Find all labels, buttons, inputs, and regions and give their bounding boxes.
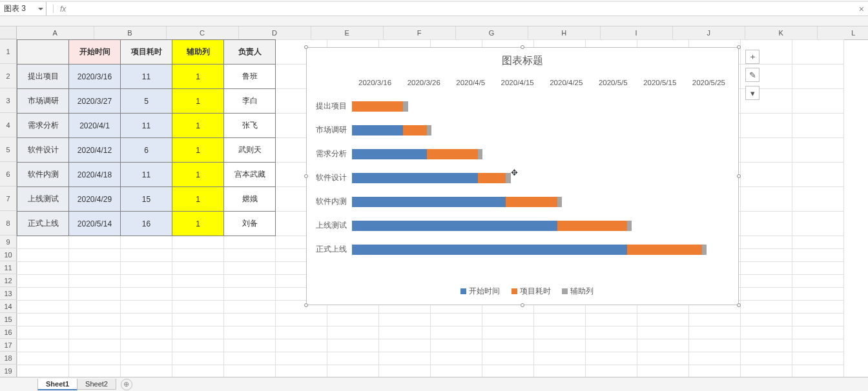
table-cell[interactable]: 11 bbox=[121, 163, 172, 187]
bar-aux[interactable] bbox=[403, 101, 408, 112]
cell[interactable] bbox=[69, 288, 121, 301]
cell[interactable] bbox=[224, 236, 276, 249]
cell[interactable] bbox=[482, 352, 534, 365]
table-cell[interactable]: 正式上线 bbox=[17, 212, 69, 236]
bar-aux[interactable] bbox=[557, 197, 562, 207]
table-cell[interactable]: 2020/4/12 bbox=[69, 138, 121, 163]
table-cell[interactable]: 需求分析 bbox=[17, 114, 69, 138]
bar-aux[interactable] bbox=[478, 149, 482, 159]
col-header-D[interactable]: D bbox=[238, 26, 311, 39]
table-cell[interactable]: 2020/3/16 bbox=[69, 65, 121, 89]
resize-handle[interactable] bbox=[737, 303, 741, 307]
col-header-C[interactable]: C bbox=[166, 26, 238, 39]
cell[interactable] bbox=[17, 339, 69, 352]
col-header-J[interactable]: J bbox=[672, 26, 745, 39]
cell[interactable] bbox=[17, 236, 69, 249]
bar-start[interactable] bbox=[352, 221, 557, 231]
cell[interactable] bbox=[741, 114, 792, 138]
table-cell[interactable]: 16 bbox=[121, 212, 172, 236]
cell[interactable] bbox=[172, 352, 224, 365]
table-cell[interactable]: 1 bbox=[172, 65, 224, 89]
cell[interactable] bbox=[482, 365, 534, 377]
cell[interactable] bbox=[327, 365, 379, 377]
bar-duration[interactable] bbox=[478, 173, 506, 183]
row-header-10[interactable]: 10 bbox=[0, 248, 17, 261]
cell[interactable] bbox=[17, 352, 69, 365]
table-cell[interactable]: 张飞 bbox=[224, 114, 276, 138]
add-sheet-button[interactable]: ⊕ bbox=[121, 379, 132, 390]
cell[interactable] bbox=[172, 326, 224, 339]
resize-handle[interactable] bbox=[521, 303, 524, 307]
cell[interactable] bbox=[792, 187, 844, 212]
chart-filter-button[interactable]: ▾ bbox=[745, 86, 760, 100]
cell[interactable] bbox=[741, 275, 792, 288]
row-header-18[interactable]: 18 bbox=[0, 352, 17, 365]
chart-elements-button[interactable]: ＋ bbox=[745, 50, 760, 64]
cell[interactable] bbox=[276, 339, 327, 352]
cell[interactable] bbox=[741, 138, 792, 163]
cell[interactable] bbox=[379, 314, 431, 326]
cell[interactable] bbox=[431, 326, 482, 339]
cell[interactable] bbox=[586, 326, 637, 339]
cell[interactable] bbox=[17, 275, 69, 288]
cell[interactable] bbox=[534, 339, 586, 352]
cell[interactable] bbox=[534, 314, 586, 326]
col-header-A[interactable]: A bbox=[17, 26, 94, 39]
cell[interactable] bbox=[689, 352, 741, 365]
select-all-corner[interactable] bbox=[0, 26, 17, 39]
table-cell[interactable]: 市场调研 bbox=[17, 89, 69, 114]
row-header-11[interactable]: 11 bbox=[0, 261, 17, 274]
cell[interactable] bbox=[224, 326, 276, 339]
cell[interactable] bbox=[172, 275, 224, 288]
cell[interactable] bbox=[224, 249, 276, 262]
cell[interactable] bbox=[172, 262, 224, 275]
cell[interactable] bbox=[276, 352, 327, 365]
table-cell[interactable]: 15 bbox=[121, 187, 172, 212]
cell[interactable] bbox=[741, 339, 792, 352]
row-header-17[interactable]: 17 bbox=[0, 339, 17, 352]
cell[interactable] bbox=[689, 339, 741, 352]
cell[interactable] bbox=[792, 212, 844, 236]
cell[interactable] bbox=[689, 314, 741, 326]
cell[interactable] bbox=[792, 114, 844, 138]
cell[interactable] bbox=[121, 275, 172, 288]
bar-start[interactable] bbox=[352, 125, 403, 135]
bar-start[interactable] bbox=[352, 173, 478, 183]
cell[interactable] bbox=[121, 249, 172, 262]
table-cell[interactable]: 1 bbox=[172, 114, 224, 138]
cell[interactable] bbox=[792, 339, 844, 352]
cell[interactable] bbox=[121, 326, 172, 339]
table-cell[interactable]: 11 bbox=[121, 65, 172, 89]
cell[interactable] bbox=[534, 365, 586, 377]
cell[interactable] bbox=[69, 352, 121, 365]
cell[interactable] bbox=[224, 339, 276, 352]
row-header-14[interactable]: 14 bbox=[0, 300, 17, 313]
cell[interactable] bbox=[121, 236, 172, 249]
bar-aux[interactable] bbox=[627, 221, 632, 231]
row-header-12[interactable]: 12 bbox=[0, 274, 17, 287]
cell[interactable] bbox=[276, 365, 327, 377]
table-cell[interactable]: 1 bbox=[172, 187, 224, 212]
cell[interactable] bbox=[327, 352, 379, 365]
cell[interactable] bbox=[586, 314, 637, 326]
row-header-7[interactable]: 7 bbox=[0, 186, 17, 211]
table-header-cell[interactable]: 开始时间 bbox=[69, 40, 121, 65]
bar-aux[interactable] bbox=[702, 245, 707, 255]
resize-handle[interactable] bbox=[304, 45, 308, 49]
cell[interactable] bbox=[17, 262, 69, 275]
cell[interactable] bbox=[172, 314, 224, 326]
cell[interactable] bbox=[741, 352, 792, 365]
chart-series-row[interactable]: 软件设计 bbox=[313, 166, 725, 190]
table-header-cell[interactable]: 辅助列 bbox=[172, 40, 224, 65]
cell[interactable] bbox=[534, 326, 586, 339]
cell[interactable] bbox=[327, 326, 379, 339]
col-header-G[interactable]: G bbox=[455, 26, 528, 39]
cell[interactable] bbox=[482, 314, 534, 326]
cell[interactable] bbox=[637, 326, 689, 339]
cell[interactable] bbox=[121, 288, 172, 301]
cell[interactable] bbox=[69, 339, 121, 352]
cell[interactable] bbox=[431, 352, 482, 365]
chart-title[interactable]: 图表标题 bbox=[307, 48, 738, 70]
cell[interactable] bbox=[792, 326, 844, 339]
chart-series-row[interactable]: 软件内测 bbox=[313, 190, 725, 214]
